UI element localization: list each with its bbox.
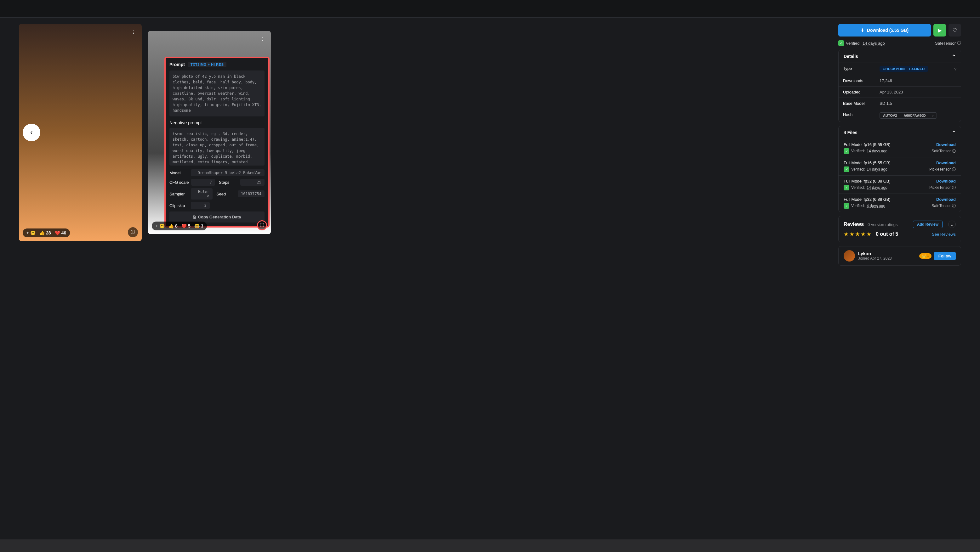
detail-type: Type CHECKPOINT TRAINED ? bbox=[838, 63, 961, 75]
seed-value: 101837754 bbox=[238, 190, 264, 197]
tensor-type: PickleTensor bbox=[929, 186, 951, 190]
param-cfg: CFG scale 7 bbox=[169, 179, 215, 186]
file-item: Full Model fp32 (6.88 GB) Download ✓ Ver… bbox=[838, 194, 961, 212]
verified-time[interactable]: 4 days ago bbox=[867, 204, 885, 208]
gallery-image-left[interactable]: ⋮ ‹ + 😊 👍 28 ❤️ 46 ⓘ bbox=[19, 24, 142, 241]
rofl-count[interactable]: 😂 3 bbox=[194, 224, 204, 228]
more-icon[interactable]: ⋮ bbox=[129, 28, 138, 36]
download-button[interactable]: ⬇ Download (5.55 GB) bbox=[838, 24, 931, 36]
prev-arrow[interactable]: ‹ bbox=[23, 124, 40, 141]
type-badge: CHECKPOINT TRAINED bbox=[880, 66, 928, 72]
hash-group[interactable]: AUTOV2 A60CFAA90D › bbox=[880, 113, 937, 119]
reviews-sub: 0 version ratings bbox=[867, 222, 897, 227]
file-download-link[interactable]: Download bbox=[936, 197, 956, 202]
tensor-type: SafeTensor bbox=[932, 149, 951, 153]
cfg-value: 7 bbox=[191, 179, 215, 186]
copy-icon: ⎘ bbox=[193, 215, 196, 219]
file-download-link[interactable]: Download bbox=[936, 179, 956, 184]
crown-badge: 👑 1 bbox=[919, 253, 932, 259]
add-reaction-icon[interactable]: + 😊 bbox=[156, 224, 165, 228]
chevron-right-icon[interactable]: › bbox=[929, 113, 937, 118]
follow-button[interactable]: Follow bbox=[934, 252, 956, 260]
gallery-section: ⋮ ‹ + 😊 👍 28 ❤️ 46 ⓘ ⋮ Prompt TXT2IMG + … bbox=[19, 24, 832, 266]
verified-row: ✓ Verified: 14 days ago SafeTensor ⓘ bbox=[838, 40, 961, 46]
add-reaction-icon[interactable]: + 😊 bbox=[27, 230, 36, 235]
main-container: ⋮ ‹ + 😊 👍 28 ❤️ 46 ⓘ ⋮ Prompt TXT2IMG + … bbox=[0, 17, 980, 272]
gallery-image-right[interactable]: ⋮ Prompt TXT2IMG + HI-RES b&w photo of 4… bbox=[148, 31, 271, 234]
chevron-down-icon[interactable]: ⌄ bbox=[948, 220, 956, 228]
verified-time[interactable]: 14 days ago bbox=[867, 186, 887, 190]
tensor-type: SafeTensor bbox=[932, 204, 951, 208]
param-clipskip: Clip skip 2 bbox=[169, 202, 264, 209]
top-bar bbox=[0, 0, 980, 17]
file-name: Full Model fp32 (6.88 GB) bbox=[844, 197, 891, 202]
tensor-type: PickleTensor bbox=[929, 167, 951, 171]
verified-time[interactable]: 14 days ago bbox=[867, 149, 887, 153]
file-name: Full Model fp16 (5.55 GB) bbox=[844, 142, 891, 147]
download-icon: ⬇ bbox=[861, 28, 864, 33]
copy-generation-button[interactable]: ⎘ Copy Generation Data bbox=[169, 211, 264, 222]
param-steps: Steps 25 bbox=[219, 179, 264, 186]
model-label: Model bbox=[169, 171, 188, 175]
shield-icon: ✓ bbox=[844, 203, 849, 209]
file-item: Full Model fp32 (6.88 GB) Download ✓ Ver… bbox=[838, 175, 961, 194]
verified-label: Verified: bbox=[851, 204, 865, 208]
info-icon[interactable]: ⓘ bbox=[952, 167, 956, 172]
prompt-text[interactable]: b&w photo of 42 y.o man in black clothes… bbox=[169, 70, 264, 116]
shield-icon: ✓ bbox=[844, 167, 849, 172]
detail-hash: Hash AUTOV2 A60CFAA90D › bbox=[838, 109, 961, 122]
clip-label: Clip skip bbox=[169, 203, 188, 208]
hearts-count[interactable]: ❤️ 46 bbox=[55, 230, 67, 235]
param-model: Model DreamShaper_5_beta2_BakedVae bbox=[169, 169, 264, 176]
shield-icon: ✓ bbox=[844, 185, 849, 190]
info-icon[interactable]: ⓘ bbox=[128, 227, 138, 237]
play-button[interactable]: ▶ bbox=[933, 24, 946, 36]
star-rating: ★★★★★ bbox=[844, 231, 872, 238]
file-download-link[interactable]: Download bbox=[936, 142, 956, 147]
info-icon[interactable]: ⓘ bbox=[957, 40, 961, 46]
file-download-link[interactable]: Download bbox=[936, 160, 956, 165]
creator-name[interactable]: Lykon bbox=[858, 251, 892, 256]
verified-time[interactable]: 14 days ago bbox=[867, 167, 887, 171]
creator-panel: Lykon Joined Apr 27, 2023 👑 1 Follow bbox=[838, 246, 961, 266]
creator-joined: Joined Apr 27, 2023 bbox=[858, 256, 892, 260]
verified-label: Verified: bbox=[851, 149, 865, 153]
shield-icon: ✓ bbox=[838, 40, 844, 46]
info-icon[interactable]: ⓘ bbox=[952, 185, 956, 190]
safetensor-label: SafeTensor bbox=[935, 41, 956, 46]
thumbs-count[interactable]: 👍 28 bbox=[39, 230, 51, 235]
verified-time[interactable]: 14 days ago bbox=[862, 41, 885, 46]
info-icon[interactable]: ⓘ bbox=[257, 220, 267, 230]
verified-label: Verified: bbox=[851, 186, 865, 190]
sampler-label: Sampler bbox=[169, 192, 188, 197]
avatar[interactable] bbox=[844, 250, 855, 262]
chevron-up-icon: ⌃ bbox=[952, 54, 956, 59]
thumbs-count[interactable]: 👍 8 bbox=[169, 224, 178, 228]
details-header[interactable]: Details ⌃ bbox=[838, 50, 961, 63]
verified-label: Verified: bbox=[851, 167, 865, 171]
model-value: DreamShaper_5_beta2_BakedVae bbox=[191, 169, 264, 176]
more-icon[interactable]: ⋮ bbox=[258, 35, 267, 43]
detail-basemodel: Base Model SD 1.5 bbox=[838, 98, 961, 109]
files-header[interactable]: 4 Files ⌃ bbox=[838, 126, 961, 139]
negative-prompt-text[interactable]: (semi-realistic, cgi, 3d, render, sketch… bbox=[169, 128, 264, 165]
file-item: Full Model fp16 (5.55 GB) Download ✓ Ver… bbox=[838, 157, 961, 175]
info-icon[interactable]: ⓘ bbox=[952, 149, 956, 154]
sidebar: ⬇ Download (5.55 GB) ▶ ♡ ✓ Verified: 14 … bbox=[838, 24, 961, 266]
help-icon[interactable]: ? bbox=[954, 67, 956, 71]
favorite-button[interactable]: ♡ bbox=[948, 24, 961, 36]
negative-prompt-label: Negative prompt bbox=[169, 120, 264, 125]
hearts-count[interactable]: ❤️ 5 bbox=[181, 224, 191, 228]
clip-value: 2 bbox=[191, 202, 210, 209]
reactions-bar[interactable]: + 😊 👍 8 ❤️ 5 😂 3 bbox=[152, 222, 207, 230]
reviews-title: Reviews bbox=[844, 222, 864, 227]
verified-label: Verified: bbox=[846, 41, 861, 46]
steps-value: 25 bbox=[240, 179, 264, 186]
see-reviews-link[interactable]: See Reviews bbox=[932, 232, 956, 237]
prompt-header: Prompt TXT2IMG + HI-RES bbox=[169, 62, 264, 67]
action-row: ⬇ Download (5.55 GB) ▶ ♡ bbox=[838, 24, 961, 36]
add-review-button[interactable]: Add Review bbox=[913, 220, 942, 228]
file-name: Full Model fp16 (5.55 GB) bbox=[844, 160, 891, 165]
reactions-bar[interactable]: + 😊 👍 28 ❤️ 46 bbox=[23, 228, 70, 237]
info-icon[interactable]: ⓘ bbox=[952, 203, 956, 209]
